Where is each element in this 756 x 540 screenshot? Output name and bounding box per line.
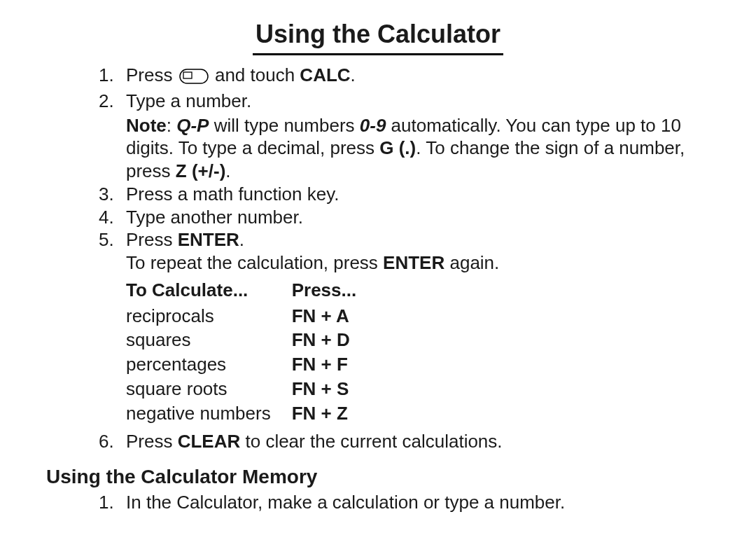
- table-row: negative numbers FN + Z: [126, 402, 377, 427]
- memory-step-1: In the Calculator, make a calculation or…: [119, 491, 714, 514]
- step-3: Press a math function key.: [119, 183, 714, 206]
- step-6: Press CLEAR to clear the current calcula…: [119, 430, 714, 453]
- step-5-rep-b: again.: [444, 252, 499, 273]
- step-1-text-a: Press: [126, 64, 178, 85]
- note-09: 0-9: [360, 115, 386, 136]
- table-header-calc: To Calculate...: [126, 279, 292, 305]
- table-row: square roots FN + S: [126, 378, 377, 402]
- table-label: percentages: [126, 353, 292, 378]
- step-1-text-b: and touch: [215, 64, 300, 85]
- table-key: FN + Z: [292, 402, 378, 427]
- clear-key-label: CLEAR: [178, 431, 241, 452]
- table-key: FN + S: [292, 378, 378, 402]
- table-key: FN + F: [292, 353, 378, 378]
- note-label: Note: [126, 115, 167, 136]
- table-label: negative numbers: [126, 402, 292, 427]
- note-g-key: G (.): [379, 137, 416, 158]
- step-2: Type a number. Note: Q-P will type numbe…: [119, 90, 714, 183]
- step-1: Press and touch CALC.: [119, 64, 714, 90]
- enter-key-label-2: ENTER: [383, 252, 444, 273]
- note-a: :: [167, 115, 176, 136]
- section-heading-memory: Using the Calculator Memory: [46, 466, 714, 488]
- step-3-text: Press a math function key.: [126, 184, 339, 205]
- note-b: will type numbers: [209, 115, 359, 136]
- step-1-text-c: .: [351, 64, 356, 85]
- svg-rect-0: [180, 69, 208, 83]
- table-header-row: To Calculate... Press...: [126, 279, 377, 305]
- page-title: Using the Calculator: [42, 20, 714, 55]
- note-z-key: Z (+/-): [176, 160, 226, 181]
- table-row: squares FN + D: [126, 328, 377, 353]
- table-label: squares: [126, 328, 292, 353]
- step-5-text-b: .: [239, 229, 244, 250]
- note-qp: Q-P: [176, 115, 209, 136]
- table-key: FN + A: [292, 305, 378, 329]
- document-page: Using the Calculator Press and touch CAL…: [0, 0, 756, 528]
- table-row: percentages FN + F: [126, 353, 377, 378]
- step-2-note: Note: Q-P will type numbers 0-9 automati…: [126, 114, 714, 183]
- step-6-text-b: to clear the current calculations.: [240, 431, 502, 452]
- table-label: reciprocals: [126, 305, 292, 329]
- table-row: reciprocals FN + A: [126, 305, 377, 329]
- calc-key-label: CALC: [300, 64, 350, 85]
- steps-list: Press and touch CALC. Type a number. Not…: [42, 64, 714, 453]
- step-5-repeat: To repeat the calculation, press ENTER a…: [126, 251, 714, 275]
- screen-key-icon: [179, 67, 209, 90]
- table-header-press: Press...: [292, 279, 378, 305]
- function-table: To Calculate... Press... reciprocals FN …: [126, 279, 377, 427]
- step-4: Type another number.: [119, 206, 714, 229]
- table-key: FN + D: [292, 328, 378, 353]
- step-2-text: Type a number.: [126, 90, 251, 111]
- step-5: Press ENTER. To repeat the calculation, …: [119, 228, 714, 426]
- step-5-rep-a: To repeat the calculation, press: [126, 252, 383, 273]
- memory-steps-list: In the Calculator, make a calculation or…: [42, 491, 714, 514]
- enter-key-label: ENTER: [178, 229, 239, 250]
- step-5-text-a: Press: [126, 229, 178, 250]
- step-6-text-a: Press: [126, 431, 178, 452]
- table-label: square roots: [126, 378, 292, 402]
- memory-step-1-text: In the Calculator, make a calculation or…: [126, 492, 565, 513]
- page-title-text: Using the Calculator: [253, 20, 503, 55]
- note-e: .: [225, 160, 230, 181]
- step-4-text: Type another number.: [126, 207, 303, 228]
